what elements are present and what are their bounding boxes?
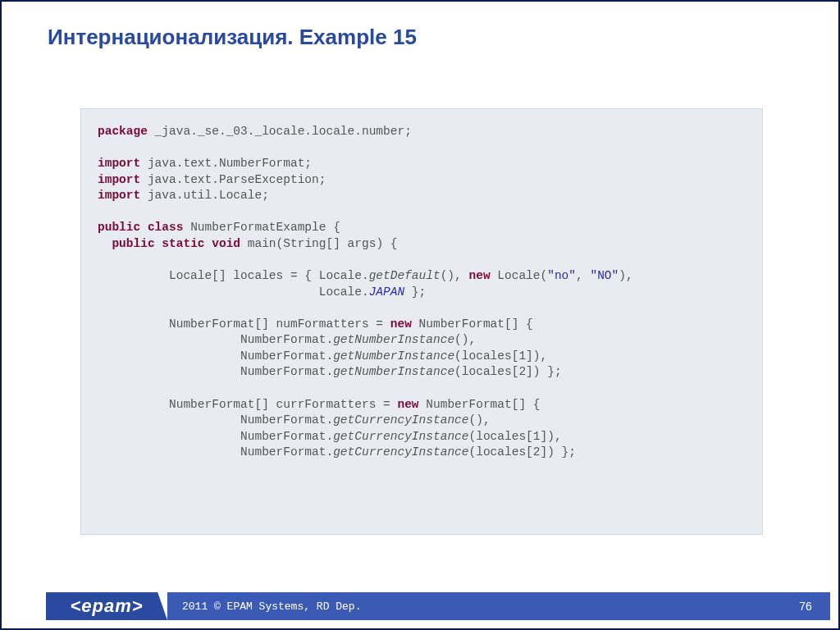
code-token: (locales[1]), (454, 349, 547, 363)
copyright-text: 2011 © EPAM Systems, RD Dep. (182, 600, 361, 613)
code-token: NumberFormat. (98, 413, 333, 427)
code-token: "NO" (590, 269, 619, 282)
code-token: getCurrencyInstance (333, 413, 468, 427)
page-number: 76 (781, 592, 830, 620)
slide-container: Интернационализация. Example 15 package … (0, 0, 840, 630)
code-token: ), (619, 269, 632, 282)
code-token: NumberFormat. (98, 445, 333, 459)
code-token: , (576, 269, 590, 282)
code-token: new (390, 317, 412, 331)
code-token: class (148, 221, 184, 234)
code-token: (), (454, 333, 476, 346)
code-token: new (468, 269, 490, 282)
code-token: getCurrencyInstance (333, 445, 468, 459)
code-token: (locales[2]) }; (468, 445, 576, 459)
code-token: (), (441, 269, 469, 282)
epam-logo: <epam> (46, 592, 167, 620)
code-token (205, 237, 212, 250)
code-token: NumberFormat. (98, 365, 333, 378)
code-token: getNumberInstance (333, 365, 454, 378)
code-token: Locale. (98, 285, 369, 299)
code-token: (locales[2]) }; (454, 365, 562, 378)
code-token: java.util.Locale; (140, 189, 269, 202)
code-token: package (98, 125, 148, 138)
code-token: public (112, 237, 154, 250)
code-token: NumberFormatExample { (183, 221, 340, 234)
footer-bar: 2011 © EPAM Systems, RD Dep. (167, 592, 781, 620)
code-token: main(String[] args) { (240, 237, 397, 250)
code-token: getDefault (369, 269, 441, 282)
code-token: "no" (547, 269, 576, 282)
code-token: void (212, 237, 240, 250)
code-token: JAPAN (369, 285, 405, 299)
code-token: public (98, 221, 140, 234)
code-token: _java._se._03._locale.locale.number; (148, 125, 412, 138)
code-token: }; (404, 285, 426, 299)
code-token (98, 237, 112, 250)
code-token: (locales[1]), (468, 430, 561, 443)
code-token (140, 221, 148, 234)
slide-title: Интернационализация. Example 15 (2, 2, 838, 50)
code-token: getNumberInstance (333, 333, 454, 346)
code-token: NumberFormat. (98, 333, 333, 346)
code-token: NumberFormat[] { (412, 317, 533, 331)
code-token: new (397, 398, 418, 411)
code-token: NumberFormat[] { (419, 398, 541, 411)
code-token: NumberFormat. (98, 349, 333, 363)
code-token: import (98, 189, 140, 202)
code-token: Locale[] locales = { Locale. (98, 269, 369, 282)
code-token: import (98, 173, 140, 186)
code-token: import (98, 157, 140, 170)
footer: <epam> 2011 © EPAM Systems, RD Dep. 76 (46, 592, 830, 620)
code-token: NumberFormat[] currFormatters = (98, 398, 397, 411)
code-token: static (162, 237, 204, 250)
code-token: (), (468, 413, 490, 427)
code-token: java.text.NumberFormat; (140, 157, 312, 170)
code-token: java.text.ParseException; (140, 173, 326, 186)
code-token: Locale( (491, 269, 548, 282)
code-token: NumberFormat[] numFormatters = (98, 317, 390, 331)
code-token: NumberFormat. (98, 430, 333, 443)
code-token: getCurrencyInstance (333, 430, 468, 443)
code-box: package _java._se._03._locale.locale.num… (80, 108, 763, 535)
code-block: package _java._se._03._locale.locale.num… (98, 124, 746, 461)
code-token: getNumberInstance (333, 349, 454, 363)
